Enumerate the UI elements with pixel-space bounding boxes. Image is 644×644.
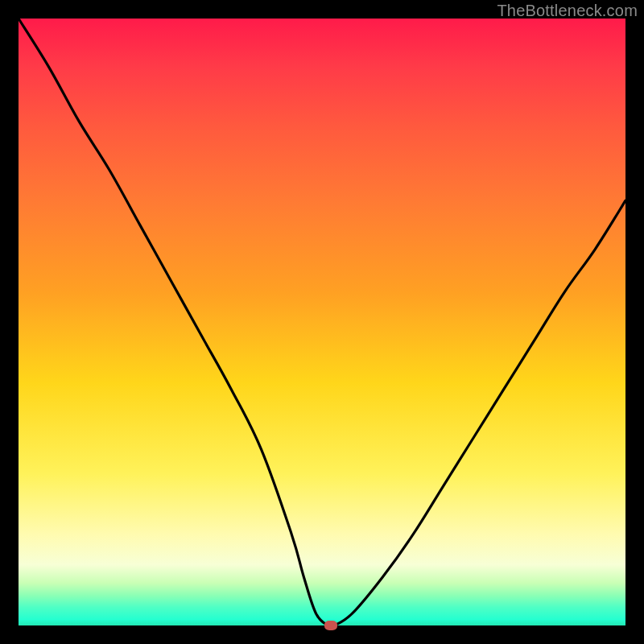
plot-area: [19, 19, 625, 625]
minimum-marker: [324, 621, 337, 630]
chart-frame: TheBottleneck.com: [0, 0, 644, 644]
bottleneck-curve: [19, 19, 625, 625]
watermark-text: TheBottleneck.com: [497, 2, 638, 20]
